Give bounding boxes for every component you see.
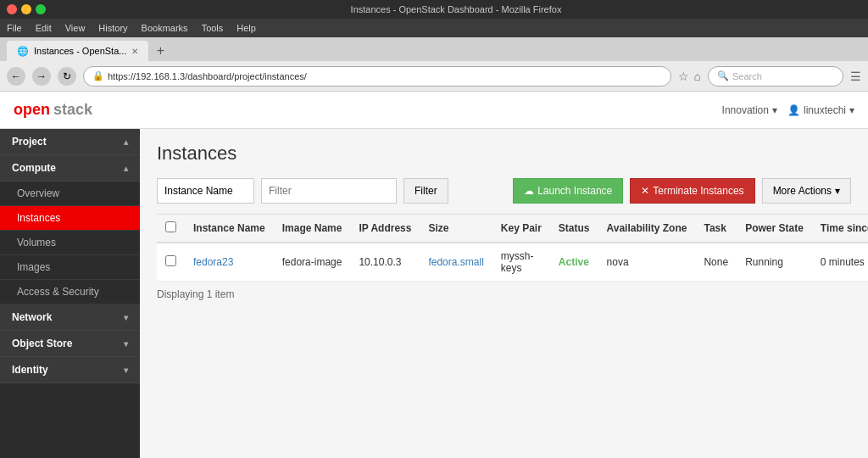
user-label: linuxtechi [804,104,846,116]
launch-instance-button[interactable]: ☁ Launch Instance [513,178,623,204]
sidebar-item-instances[interactable]: Instances [0,206,140,231]
more-actions-label: More Actions [773,185,832,197]
menu-tools[interactable]: Tools [202,23,224,33]
browser-search-bar[interactable]: 🔍 Search [708,66,843,87]
sidebar-item-instances-label: Instances [17,212,60,224]
sidebar: Project ▴ Compute ▴ Overview Instances V… [0,129,140,458]
window-controls[interactable] [7,4,46,14]
filter-button-label: Filter [415,185,437,197]
minimize-button[interactable] [21,4,31,14]
col-key-pair: Key Pair [492,215,550,243]
col-size: Size [420,215,492,243]
row-key-pair: myssh-keys [492,243,550,282]
content-area: Instances Instance Name Filter ☁ Launch … [140,129,868,458]
row-ip-address: 10.10.0.3 [350,243,420,282]
maximize-button[interactable] [36,4,46,14]
project-dropdown-button[interactable]: Innovation ▾ [722,104,777,116]
col-ip-address: IP Address [350,215,420,243]
sidebar-network-chevron-icon: ▾ [124,313,128,322]
sidebar-compute-chevron-icon: ▴ [124,164,128,173]
sidebar-section-object-store[interactable]: Object Store ▾ [0,331,140,357]
sidebar-section-identity-label: Identity [12,364,48,376]
sidebar-section-object-store-label: Object Store [12,338,72,349]
active-tab[interactable]: 🌐 Instances - OpenSta... ✕ [7,41,148,61]
new-tab-button[interactable]: + [152,42,169,59]
instances-table: Instance Name Image Name IP Address Size… [157,214,868,282]
instance-name-link[interactable]: fedora23 [193,256,233,268]
size-link[interactable]: fedora.small [428,256,483,268]
col-time-created: Time since created [812,215,868,243]
bookmark-icon[interactable]: ☆ [678,70,689,83]
top-nav: openstack Innovation ▾ 👤 linuxtechi ▾ [0,92,868,129]
logo: openstack [14,101,92,119]
filter-input[interactable] [261,178,397,204]
sidebar-section-network[interactable]: Network ▾ [0,304,140,331]
sidebar-section-compute-label: Compute [12,162,56,174]
menu-file[interactable]: File [7,23,22,33]
col-power-state: Power State [737,215,812,243]
sidebar-identity-chevron-icon: ▾ [124,366,128,375]
row-instance-name: fedora23 [185,243,274,282]
sidebar-project-chevron-icon: ▴ [124,137,128,147]
menu-history[interactable]: History [98,23,127,33]
sidebar-item-overview-label: Overview [17,187,59,199]
url-bar[interactable]: 🔒 https://192.168.1.3/dashboard/project/… [83,66,671,87]
logo-open: open [14,101,50,119]
user-chevron-icon: ▾ [849,104,854,116]
row-image-name: fedora-image [274,243,351,282]
menu-help[interactable]: Help [236,23,256,33]
select-all-column [157,215,185,243]
more-actions-chevron-icon: ▾ [835,185,840,197]
row-task: None [695,243,737,282]
menu-bookmarks[interactable]: Bookmarks [142,23,188,33]
launch-icon: ☁ [524,185,534,197]
sidebar-item-access-security-label: Access & Security [17,286,99,298]
terminate-button-label: Terminate Instances [653,185,743,197]
home-icon[interactable]: ⌂ [694,70,701,83]
project-label: Innovation [722,104,769,116]
browser-bar: ← → ↻ 🔒 https://192.168.1.3/dashboard/pr… [0,61,868,92]
close-button[interactable] [7,4,17,14]
sidebar-section-identity[interactable]: Identity ▾ [0,357,140,383]
tab-close-icon[interactable]: ✕ [131,47,138,56]
sidebar-item-volumes[interactable]: Volumes [0,231,140,255]
sidebar-section-project[interactable]: Project ▴ [0,129,140,155]
reload-button[interactable]: ↻ [58,67,76,86]
sidebar-item-images-label: Images [17,261,50,273]
menu-view[interactable]: View [65,23,86,33]
sidebar-section-compute[interactable]: Compute ▴ [0,155,140,182]
user-dropdown-button[interactable]: 👤 linuxtechi ▾ [787,104,854,116]
tab-favicon: 🌐 [17,46,29,57]
table-row: fedora23 fedora-image 10.10.0.3 fedora.s… [157,243,868,282]
table-header-row: Instance Name Image Name IP Address Size… [157,215,868,243]
terminate-instances-button[interactable]: ✕ Terminate Instances [630,178,754,204]
page-title: Instances [157,142,851,165]
row-checkbox[interactable] [165,255,176,266]
titlebar: Instances - OpenStack Dashboard - Mozill… [0,0,868,19]
col-instance-name: Instance Name [185,215,274,243]
col-image-name: Image Name [274,215,351,243]
window-title: Instances - OpenStack Dashboard - Mozill… [51,4,861,14]
col-task: Task [695,215,737,243]
back-button[interactable]: ← [7,67,25,86]
filter-select[interactable]: Instance Name [157,178,254,204]
search-icon: 🔍 [717,70,729,81]
forward-button[interactable]: → [32,67,51,86]
browser-icons: ☆ ⌂ [678,70,701,83]
sidebar-item-access-security[interactable]: Access & Security [0,280,140,304]
sidebar-section-network-label: Network [12,311,52,323]
more-actions-button[interactable]: More Actions ▾ [762,178,851,204]
row-time-created: 0 minutes [812,243,868,282]
menu-icon[interactable]: ☰ [850,70,861,83]
sidebar-item-overview[interactable]: Overview [0,182,140,206]
instances-toolbar: Instance Name Filter ☁ Launch Instance ✕… [157,178,851,204]
filter-button[interactable]: Filter [403,178,448,204]
select-all-checkbox[interactable] [165,221,176,232]
menu-edit[interactable]: Edit [36,23,52,33]
col-availability-zone: Availability Zone [598,215,696,243]
sidebar-item-volumes-label: Volumes [17,237,56,249]
tab-label: Instances - OpenSta... [34,46,126,56]
sidebar-item-images[interactable]: Images [0,255,140,280]
sidebar-section-project-label: Project [12,136,47,148]
status-badge: Active [559,256,589,268]
